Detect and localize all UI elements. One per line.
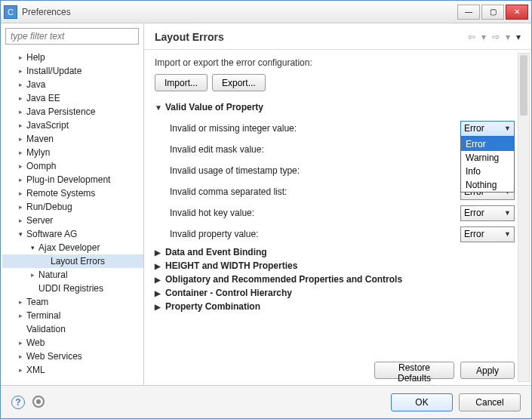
- tree-item-label: Remote Systems: [26, 188, 95, 199]
- ok-button[interactable]: OK: [391, 393, 453, 411]
- description-text: Import or export the error configuration…: [155, 57, 515, 68]
- tree-item-label: XML: [26, 365, 45, 375]
- preference-tree[interactable]: HelpInstall/UpdateJavaJava EEJava Persis…: [1, 49, 143, 385]
- chevron-right-icon[interactable]: [16, 80, 25, 89]
- tree-item[interactable]: Server: [2, 214, 143, 227]
- tree-item-label: Natural: [38, 270, 68, 280]
- tree-item[interactable]: Plug-in Development: [2, 173, 143, 186]
- back-icon[interactable]: ⇦: [468, 32, 475, 42]
- chevron-right-icon[interactable]: [16, 189, 25, 198]
- combo-value: Error: [464, 208, 484, 218]
- chevron-right-icon[interactable]: [16, 162, 25, 171]
- tree-item[interactable]: Install/Update: [2, 64, 143, 78]
- chevron-right-icon[interactable]: [16, 338, 25, 347]
- scrollbar-thumb[interactable]: [520, 55, 527, 116]
- severity-combo[interactable]: Error▼: [460, 205, 515, 221]
- chevron-right-icon[interactable]: [16, 94, 25, 103]
- section-valid-value[interactable]: ▼ Valid Value of Property: [155, 102, 515, 112]
- view-menu-icon[interactable]: ▾: [516, 32, 521, 42]
- chevron-down-icon[interactable]: [28, 243, 37, 252]
- section-combination[interactable]: ▶ Property Combination: [155, 301, 515, 312]
- maximize-button[interactable]: ▢: [481, 5, 504, 20]
- page-title: Layout Errors: [155, 31, 468, 43]
- chevron-right-icon[interactable]: [16, 134, 25, 143]
- minimize-button[interactable]: —: [457, 5, 480, 20]
- chevron-right-icon[interactable]: [16, 121, 25, 130]
- cancel-button[interactable]: Cancel: [459, 393, 521, 411]
- app-icon: C: [4, 5, 17, 19]
- chevron-right-icon[interactable]: [16, 216, 25, 225]
- tree-item[interactable]: JavaScript: [2, 119, 143, 132]
- tree-item[interactable]: UDDI Registries: [2, 282, 143, 295]
- tree-item-label: Layout Errors: [51, 256, 105, 266]
- section-data-event[interactable]: ▶ Data and Event Binding: [155, 247, 515, 257]
- dropdown-option[interactable]: Nothing: [461, 178, 514, 192]
- oomph-record-icon[interactable]: [32, 396, 45, 408]
- tree-item-label: Java Persistence: [26, 106, 95, 117]
- tree-item[interactable]: Mylyn: [2, 146, 143, 159]
- tree-item[interactable]: XML: [2, 363, 143, 377]
- property-label: Invalid usage of timestamp type:: [170, 165, 460, 176]
- chevron-right-icon[interactable]: [16, 352, 25, 361]
- tree-item[interactable]: Run/Debug: [2, 200, 143, 214]
- tree-item[interactable]: Java Persistence: [2, 105, 143, 119]
- dropdown-option[interactable]: Info: [461, 165, 514, 178]
- tree-item-label: Plug-in Development: [26, 174, 110, 185]
- tree-item[interactable]: Natural: [2, 268, 143, 282]
- tree-item[interactable]: Remote Systems: [2, 186, 143, 200]
- tree-item[interactable]: Oomph: [2, 159, 143, 173]
- section-container[interactable]: ▶ Container - Control Hierarchy: [155, 288, 515, 298]
- chevron-right-icon: ▶: [155, 262, 165, 270]
- sidebar: HelpInstall/UpdateJavaJava EEJava Persis…: [1, 23, 144, 385]
- tree-item[interactable]: Java: [2, 78, 143, 91]
- import-button[interactable]: Import...: [155, 74, 208, 91]
- dropdown-option[interactable]: Warning: [461, 151, 514, 165]
- tree-item-label: Java: [26, 79, 45, 90]
- section-height-width[interactable]: ▶ HEIGHT and WIDTH Properties: [155, 260, 515, 271]
- chevron-right-icon[interactable]: [16, 66, 25, 75]
- tree-item-label: Ajax Developer: [38, 242, 100, 253]
- chevron-down-icon[interactable]: [16, 230, 25, 239]
- tree-item[interactable]: Layout Errors: [2, 254, 143, 268]
- tree-item-label: Web: [26, 337, 45, 348]
- export-button[interactable]: Export...: [212, 74, 266, 91]
- chevron-right-icon[interactable]: [16, 365, 25, 374]
- tree-item-label: Help: [26, 52, 45, 63]
- apply-button[interactable]: Apply: [460, 362, 515, 379]
- dropdown-option[interactable]: Error: [461, 137, 514, 151]
- chevron-right-icon[interactable]: [16, 148, 25, 157]
- severity-combo[interactable]: Error▼: [460, 226, 515, 242]
- forward-menu-icon[interactable]: ▾: [506, 32, 510, 42]
- restore-defaults-button[interactable]: Restore Defaults: [374, 362, 454, 379]
- chevron-right-icon[interactable]: [16, 311, 25, 320]
- help-icon[interactable]: ?: [11, 396, 25, 409]
- chevron-right-icon[interactable]: [16, 175, 25, 184]
- filter-input[interactable]: [5, 28, 139, 45]
- chevron-right-icon[interactable]: [16, 297, 25, 307]
- tree-item[interactable]: Team: [2, 295, 143, 309]
- severity-combo[interactable]: Error▼: [460, 121, 515, 137]
- forward-icon[interactable]: ⇨: [492, 32, 500, 42]
- tree-item-label: Software AG: [26, 229, 77, 239]
- tree-item[interactable]: Terminal: [2, 309, 143, 322]
- section-obligatory[interactable]: ▶ Obligatory and Recommended Properties …: [155, 274, 515, 285]
- titlebar[interactable]: C Preferences — ▢ ✕: [1, 1, 531, 23]
- severity-dropdown[interactable]: ErrorWarningInfoNothing: [460, 137, 515, 193]
- tree-item[interactable]: Software AG: [2, 227, 143, 241]
- tree-item[interactable]: Ajax Developer: [2, 241, 143, 254]
- window-title: Preferences: [22, 7, 457, 17]
- chevron-right-icon[interactable]: [16, 202, 25, 211]
- chevron-right-icon[interactable]: [16, 107, 25, 116]
- tree-item-label: Run/Debug: [26, 202, 72, 212]
- tree-item[interactable]: Help: [2, 51, 143, 64]
- tree-item[interactable]: Web: [2, 336, 143, 350]
- back-menu-icon[interactable]: ▾: [481, 32, 486, 42]
- tree-item[interactable]: Web Services: [2, 350, 143, 363]
- close-button[interactable]: ✕: [506, 5, 528, 20]
- vertical-scrollbar[interactable]: [518, 53, 530, 382]
- tree-item[interactable]: Java EE: [2, 91, 143, 105]
- tree-item[interactable]: Validation: [2, 322, 143, 336]
- chevron-right-icon[interactable]: [28, 270, 37, 279]
- tree-item[interactable]: Maven: [2, 132, 143, 146]
- chevron-right-icon[interactable]: [16, 53, 25, 62]
